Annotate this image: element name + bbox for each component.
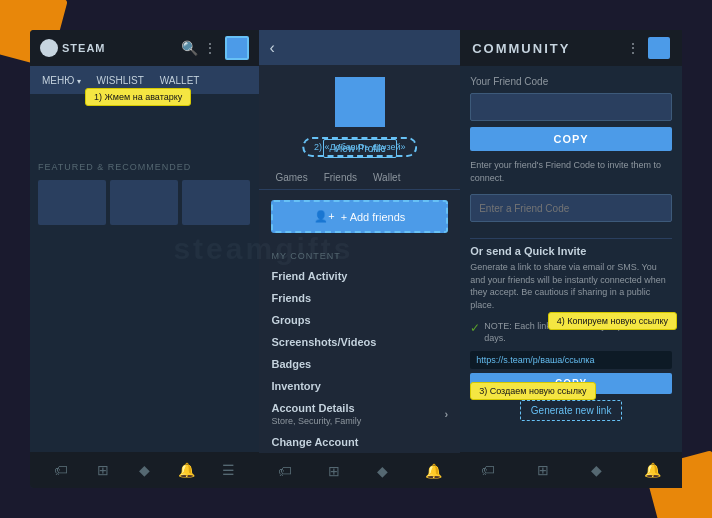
- steam-header: STEAM 🔍 ⋮: [30, 30, 259, 66]
- account-sub-text: Store, Security, Family: [271, 416, 361, 426]
- community-header: COMMUNITY ⋮: [460, 30, 682, 66]
- friend-code-input[interactable]: [470, 93, 672, 121]
- community-content: Your Friend Code COPY Enter your friend'…: [460, 66, 682, 452]
- featured-images: [38, 180, 251, 225]
- nav-wishlist[interactable]: WISHLIST: [93, 73, 148, 88]
- steam-panel: STEAM 🔍 ⋮ МЕНЮ WISHLIST WALLET 1) Жмем н…: [30, 30, 259, 488]
- community-bottom-nav: 🏷 ⊞ ◆ 🔔: [460, 452, 682, 488]
- bottom-grid-icon-2[interactable]: ⊞: [328, 463, 340, 479]
- profile-bottom-nav: 🏷 ⊞ ◆ 🔔: [259, 453, 460, 488]
- profile-tabs: Games Friends Wallet: [259, 166, 460, 190]
- invite-description: Enter your friend's Friend Code to invit…: [470, 159, 672, 184]
- profile-popup: ‹ View Profile 2) «Добавить друзей» Game…: [259, 30, 460, 488]
- nav-menu[interactable]: МЕНЮ: [38, 73, 85, 88]
- community-avatar[interactable]: [648, 37, 670, 59]
- add-friends-icon: 👤+: [314, 210, 334, 223]
- nav-wallet[interactable]: WALLET: [156, 73, 204, 88]
- quick-invite-title: Or send a Quick Invite: [470, 245, 672, 257]
- community-title: COMMUNITY: [472, 41, 618, 56]
- bottom-bell-icon-3[interactable]: 🔔: [644, 462, 661, 478]
- featured-img-2: [110, 180, 178, 225]
- tab-friends[interactable]: Friends: [316, 166, 365, 189]
- bottom-tag-icon[interactable]: 🏷: [52, 461, 70, 479]
- bottom-grid-icon-3[interactable]: ⊞: [537, 462, 549, 478]
- list-item-screenshots[interactable]: Screenshots/Videos: [271, 331, 448, 353]
- annotation-3: 3) Создаем новую ссылку: [470, 382, 595, 400]
- my-content-label: MY CONTENT: [259, 243, 460, 265]
- profile-section: View Profile 2) «Добавить друзей»: [259, 65, 460, 166]
- add-friends-button[interactable]: 👤+ + Add friends: [271, 200, 448, 233]
- user-avatar[interactable]: [225, 36, 249, 60]
- community-panel: COMMUNITY ⋮ Your Friend Code COPY Enter …: [460, 30, 682, 488]
- steam-content: FEATURED & RECOMMENDED: [30, 94, 259, 452]
- list-item-inventory[interactable]: Inventory: [271, 375, 448, 397]
- annotation-4: 4) Копируем новую ссылку: [548, 312, 677, 330]
- tab-games[interactable]: Games: [267, 166, 315, 189]
- steam-logo-text: STEAM: [62, 42, 106, 54]
- account-details-text: Account Details: [271, 402, 354, 414]
- main-container: STEAM 🔍 ⋮ МЕНЮ WISHLIST WALLET 1) Жмем н…: [30, 30, 682, 488]
- note-prefix: NOTE: Each link: [484, 321, 551, 331]
- bottom-diamond-icon-3[interactable]: ◆: [591, 462, 602, 478]
- bottom-bell-icon-2[interactable]: 🔔: [425, 463, 442, 479]
- featured-label: FEATURED & RECOMMENDED: [38, 162, 251, 172]
- content-list: Friend Activity Friends Groups Screensho…: [259, 265, 460, 453]
- list-item-account[interactable]: Account Details Store, Security, Family: [271, 397, 448, 431]
- popup-header: ‹: [259, 30, 460, 65]
- bottom-menu-icon[interactable]: ☰: [219, 461, 237, 479]
- friend-code-label: Your Friend Code: [470, 76, 672, 87]
- list-item-groups[interactable]: Groups: [271, 309, 448, 331]
- list-item-account-label: Account Details Store, Security, Family: [271, 402, 361, 426]
- link-text: https://s.team/p/ваша/ссылка: [470, 351, 672, 369]
- bottom-diamond-icon-2[interactable]: ◆: [377, 463, 388, 479]
- steam-logo-icon: [40, 39, 58, 57]
- bottom-bell-icon[interactable]: 🔔: [178, 461, 196, 479]
- list-item-friend-activity[interactable]: Friend Activity: [271, 265, 448, 287]
- steam-header-icons: 🔍 ⋮: [181, 36, 249, 60]
- steam-bottom-nav: 🏷 ⊞ ◆ 🔔 ☰: [30, 452, 259, 488]
- bottom-tag-icon-2[interactable]: 🏷: [278, 463, 292, 479]
- featured-img-1: [38, 180, 106, 225]
- generate-link-button[interactable]: Generate new link: [520, 400, 623, 421]
- annotation-1: 1) Жмем на аватарку: [85, 88, 191, 106]
- profile-avatar-large: [335, 77, 385, 127]
- bottom-tag-icon-3[interactable]: 🏷: [481, 462, 495, 478]
- community-menu-icon[interactable]: ⋮: [626, 40, 640, 56]
- list-item-change-account[interactable]: Change Account: [271, 431, 448, 453]
- search-icon[interactable]: 🔍: [181, 40, 197, 56]
- note-section: ✓ NOTE: Each link automatically expires …: [470, 320, 672, 345]
- list-item-badges[interactable]: Badges: [271, 353, 448, 375]
- copy-button-1[interactable]: COPY: [470, 127, 672, 151]
- checkmark-icon: ✓: [470, 320, 480, 345]
- bottom-diamond-icon[interactable]: ◆: [136, 461, 154, 479]
- annotation-2: 2) «Добавить друзей»: [302, 137, 418, 157]
- quick-invite-desc: Generate a link to share via email or SM…: [470, 261, 672, 311]
- menu-dots-icon[interactable]: ⋮: [203, 40, 219, 56]
- enter-code-input[interactable]: [470, 194, 672, 222]
- featured-img-3: [182, 180, 250, 225]
- steam-logo: STEAM: [40, 39, 106, 57]
- tab-wallet[interactable]: Wallet: [365, 166, 408, 189]
- generate-section: 3) Создаем новую ссылку Generate new lin…: [470, 400, 672, 421]
- bottom-grid-icon[interactable]: ⊞: [94, 461, 112, 479]
- back-arrow-icon[interactable]: ‹: [269, 39, 274, 57]
- list-item-friends[interactable]: Friends: [271, 287, 448, 309]
- add-friends-label: + Add friends: [341, 211, 406, 223]
- divider: [470, 238, 672, 239]
